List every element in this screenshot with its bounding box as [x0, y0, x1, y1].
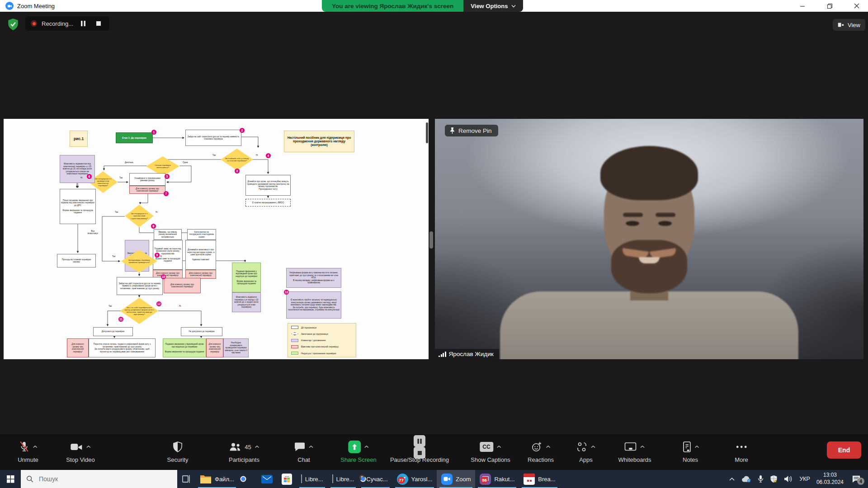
legend-item: Важливо при комплексній перевірці	[291, 345, 353, 348]
toolbar-whiteboards-button[interactable]: Whiteboards	[618, 440, 651, 463]
toolbar-label: Notes	[683, 456, 698, 463]
taskbar-app-zoom[interactable]: Zoom	[437, 470, 475, 488]
fc-node-q-forms-on-site: Чи є на сайті перевіряючого органу уніфі…	[120, 298, 158, 324]
fc-step-badge-6: 6	[87, 174, 92, 179]
minimize-button[interactable]	[792, 0, 813, 12]
recording-indicator: Recording...	[25, 16, 109, 31]
language-indicator[interactable]: УКР	[799, 476, 810, 482]
fc-branch-label: Декілька	[125, 161, 133, 164]
start-button[interactable]	[0, 470, 21, 488]
search-icon	[26, 475, 33, 483]
store-icon	[282, 474, 292, 485]
taskbar-app-libreoffice-impress[interactable]: Libre...	[328, 470, 359, 488]
windows-logo-icon	[7, 475, 14, 483]
legend-label: Недопуск / припинення перевірки	[301, 352, 336, 355]
taskbar-app-label: Файл...	[215, 476, 234, 483]
legend-symbol-question	[291, 332, 298, 335]
chevron-up-icon[interactable]	[496, 445, 501, 449]
search-input[interactable]	[38, 475, 156, 483]
taskbar-app-breeze[interactable]: Brea...	[519, 470, 560, 488]
view-options-button[interactable]: View Options	[463, 0, 523, 12]
zoom-icon	[441, 474, 453, 485]
fc-node-review-method: Дізнавайся можливості про перегляд метод…	[185, 240, 216, 270]
shield-icon	[173, 441, 183, 453]
tray-chevron-icon[interactable]	[729, 477, 735, 481]
taskbar-app-task-view[interactable]	[177, 470, 195, 488]
legend-item: Коментар / доповнення	[291, 339, 353, 342]
fc-node-learn-organ: Дізнайся про орган, що потенційно можуть…	[245, 175, 291, 196]
telegram-icon: 77	[397, 474, 408, 485]
fc-step-badge-12: 12	[156, 301, 161, 306]
file-explorer-icon	[200, 474, 212, 484]
chevron-up-icon[interactable]	[640, 445, 645, 449]
recording-label: Recording...	[42, 20, 73, 27]
fc-branch-label: Так	[108, 305, 112, 307]
defender-icon[interactable]	[770, 475, 778, 483]
pause-recording-button[interactable]	[78, 18, 89, 29]
taskbar-app-file-explorer[interactable]: Файл...	[195, 470, 239, 488]
toolbar-share-screen-button[interactable]: Share Screen	[340, 440, 377, 463]
taskbar-app-telegram[interactable]: 77Yarosl...	[392, 470, 437, 488]
chevron-up-icon[interactable]	[591, 445, 596, 449]
chevron-up-icon[interactable]	[364, 445, 369, 449]
whiteboard-icon	[624, 441, 637, 452]
fc-node-no-access-appeal: Подання звернення у відповідний орган пр…	[232, 263, 261, 292]
toolbar-stop-video-button[interactable]: Stop Video	[66, 440, 94, 463]
screen-share-banner: You are viewing Ярослав Жидик's screen V…	[322, 0, 523, 12]
toolbar-label: Chat	[297, 456, 310, 463]
chevron-up-icon[interactable]	[33, 445, 38, 449]
fc-node-q-agree-risk: Чи погоджуєшся з присвоєними ступенями р…	[125, 205, 154, 227]
toolbar-label: More	[735, 456, 748, 463]
taskbar-app-viber[interactable]: 86Rakut...	[475, 470, 519, 488]
chevron-up-icon[interactable]	[86, 445, 91, 449]
toolbar-label: Security	[167, 456, 189, 463]
volume-icon[interactable]	[784, 475, 793, 483]
chevron-up-icon[interactable]	[694, 445, 699, 449]
toolbar-more-button[interactable]: More	[735, 440, 748, 463]
remove-pin-button[interactable]: Remove Pin	[445, 125, 498, 136]
fc-node-pass-separately: Проходь всі планові перевірки окремо	[57, 254, 96, 267]
toolbar-pause-stop-recording-button[interactable]: Pause/Stop Recording	[390, 440, 449, 463]
restore-button[interactable]	[819, 0, 840, 12]
pane-divider-handle[interactable]	[429, 231, 433, 249]
taskbar-app-edge[interactable]	[248, 470, 257, 488]
taskbar-search[interactable]	[21, 470, 177, 488]
taskbar-app-mail[interactable]	[257, 470, 277, 488]
stop-recording-button[interactable]	[93, 18, 104, 29]
taskbar-app-store[interactable]	[277, 470, 297, 488]
onedrive-icon[interactable]	[741, 476, 751, 483]
taskbar-apps: Файл...Libre...Libre...SСучас...77Yarosl…	[177, 470, 560, 488]
legend-item: Запитання до підприємця	[291, 332, 353, 335]
view-layout-button[interactable]: View	[833, 19, 865, 31]
taskbar-app-label: Сучас...	[366, 476, 387, 483]
chevron-up-icon[interactable]	[255, 445, 259, 449]
fc-node-bottom-left-note: Для кожного органу при комплексній перев…	[67, 338, 89, 357]
taskbar-app-libreoffice-writer[interactable]: Libre...	[297, 470, 328, 488]
toolbar-apps-button[interactable]: Apps	[576, 440, 596, 463]
toolbar-show-captions-button[interactable]: CCShow Captions	[471, 440, 510, 463]
fc-step-badge-1: 1	[151, 130, 156, 135]
chevron-up-icon[interactable]	[546, 445, 551, 449]
clock-time: 13:03	[823, 472, 837, 478]
toolbar-notes-button[interactable]: Notes	[681, 440, 699, 463]
taskbar-app-chrome[interactable]	[239, 470, 248, 488]
action-center-button[interactable]: 4	[850, 475, 865, 483]
close-button[interactable]	[846, 0, 867, 12]
end-meeting-button[interactable]: End	[827, 441, 861, 459]
fc-node-stage1: Етап 1: До перевірки	[116, 132, 153, 143]
toolbar-chat-button[interactable]: Chat	[294, 440, 314, 463]
chevron-up-icon[interactable]	[309, 445, 314, 449]
fc-step-badge-9: 9	[155, 253, 160, 258]
toolbar-label: Share Screen	[340, 456, 377, 463]
layout-icon	[838, 22, 844, 28]
toolbar-participants-button[interactable]: 45Participants	[229, 440, 259, 463]
meeting-toolbar: End UnmuteStop VideoSecurity45Participan…	[0, 435, 868, 470]
taskbar-app-chrome-profile[interactable]: SСучас...	[359, 470, 392, 488]
participant-portrait	[435, 119, 863, 359]
toolbar-security-button[interactable]: Security	[167, 440, 189, 463]
taskbar-clock[interactable]: 13:03 06.03.2024	[816, 472, 844, 486]
toolbar-unmute-button[interactable]: Unmute	[18, 440, 38, 463]
microphone-icon[interactable]	[758, 475, 764, 483]
toolbar-reactions-button[interactable]: Reactions	[528, 440, 554, 463]
page-scrollbar[interactable]	[426, 122, 428, 143]
